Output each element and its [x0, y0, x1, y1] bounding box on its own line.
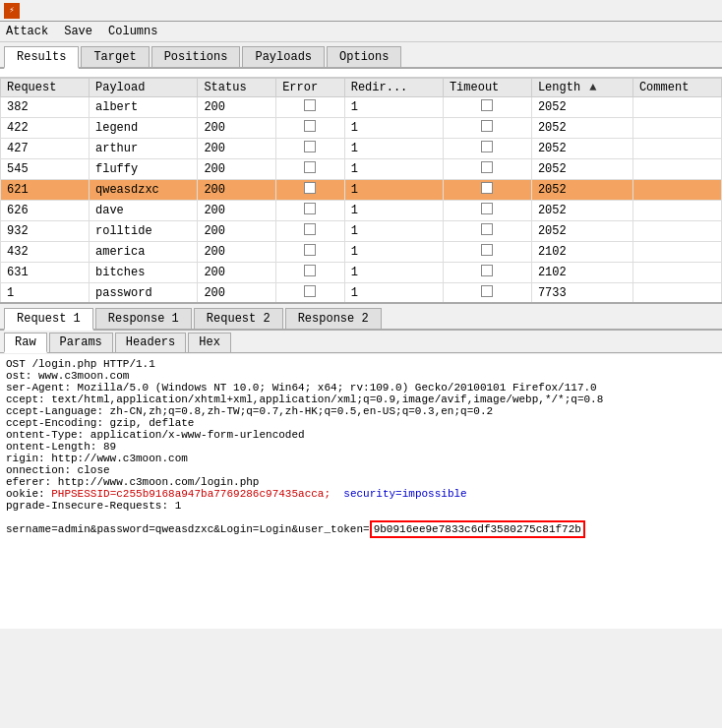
menu-save[interactable]: Save: [62, 24, 94, 39]
error-checkbox[interactable]: [304, 244, 316, 256]
cell-request: 626: [1, 201, 90, 221]
table-row[interactable]: 432 america 200 1 2102: [1, 242, 722, 263]
table-row[interactable]: 422 legend 200 1 2052: [1, 118, 722, 139]
tab-payloads[interactable]: Payloads: [242, 46, 325, 67]
request-line: ccept-Encoding: gzip, deflate: [6, 417, 194, 429]
cell-status: 200: [198, 139, 276, 159]
stab-params[interactable]: Params: [49, 333, 113, 352]
cell-status: 200: [198, 283, 276, 304]
cell-error: [276, 180, 345, 201]
stab-hex[interactable]: Hex: [188, 333, 231, 352]
cell-timeout: [443, 118, 531, 139]
timeout-checkbox[interactable]: [481, 182, 493, 194]
cell-status: 200: [198, 242, 276, 263]
phpsessid-value: PHPSESSID=c255b9168a947ba7769286c97435ac…: [51, 488, 343, 500]
cell-redir: 1: [344, 159, 443, 180]
cell-length: 2102: [531, 242, 632, 263]
cell-payload: america: [89, 242, 197, 263]
table-row[interactable]: 621 qweasdzxc 200 1 2052: [1, 180, 722, 201]
cell-error: [276, 263, 345, 283]
cell-comment: [632, 97, 721, 118]
cell-payload: dave: [89, 201, 197, 221]
cell-error: [276, 139, 345, 159]
error-checkbox[interactable]: [304, 120, 316, 132]
cell-length: 2102: [531, 263, 632, 283]
btab-request1[interactable]: Request 1: [4, 308, 93, 331]
request-line: ookie: PHPSESSID=c255b9168a947ba7769286c…: [6, 488, 467, 500]
timeout-checkbox[interactable]: [481, 141, 493, 152]
col-length[interactable]: Length ▲: [531, 79, 632, 97]
main-tabs: Results Target Positions Payloads Option…: [0, 42, 722, 69]
request-line: ost: www.c3moon.com: [6, 370, 129, 382]
tab-results[interactable]: Results: [4, 46, 79, 69]
menu-attack[interactable]: Attack: [4, 24, 50, 39]
request-line: ccept: text/html,application/xhtml+xml,a…: [6, 394, 603, 405]
cell-status: 200: [198, 221, 276, 242]
cell-error: [276, 201, 345, 221]
table-row[interactable]: 427 arthur 200 1 2052: [1, 139, 722, 159]
timeout-checkbox[interactable]: [481, 161, 493, 173]
col-request[interactable]: Request: [1, 79, 90, 97]
error-checkbox[interactable]: [304, 182, 316, 194]
error-checkbox[interactable]: [304, 141, 316, 152]
col-redir[interactable]: Redir...: [344, 79, 443, 97]
cell-comment: [632, 159, 721, 180]
table-row[interactable]: 626 dave 200 1 2052: [1, 201, 722, 221]
cell-redir: 1: [344, 242, 443, 263]
cell-payload: password: [89, 283, 197, 304]
timeout-checkbox[interactable]: [481, 244, 493, 256]
col-timeout[interactable]: Timeout: [443, 79, 531, 97]
error-checkbox[interactable]: [304, 203, 316, 214]
error-checkbox[interactable]: [304, 223, 316, 235]
cell-length: 2052: [531, 180, 632, 201]
tab-target[interactable]: Target: [81, 46, 149, 67]
col-comment[interactable]: Comment: [632, 79, 721, 97]
menu-columns[interactable]: Columns: [106, 24, 159, 39]
cell-timeout: [443, 283, 531, 304]
cell-timeout: [443, 221, 531, 242]
cell-redir: 1: [344, 97, 443, 118]
timeout-checkbox[interactable]: [481, 120, 493, 132]
cell-redir: 1: [344, 221, 443, 242]
col-error[interactable]: Error: [276, 79, 345, 97]
error-checkbox[interactable]: [304, 285, 316, 297]
btab-response1[interactable]: Response 1: [95, 308, 192, 329]
table-row[interactable]: 382 albert 200 1 2052: [1, 97, 722, 118]
cell-redir: 1: [344, 180, 443, 201]
cell-error: [276, 97, 345, 118]
stab-headers[interactable]: Headers: [115, 333, 186, 352]
timeout-checkbox[interactable]: [481, 223, 493, 235]
tab-positions[interactable]: Positions: [151, 46, 241, 67]
table-row[interactable]: 932 rolltide 200 1 2052: [1, 221, 722, 242]
timeout-checkbox[interactable]: [481, 99, 493, 111]
cell-status: 200: [198, 180, 276, 201]
btab-request2[interactable]: Request 2: [194, 308, 283, 329]
cell-payload: bitches: [89, 263, 197, 283]
table-row[interactable]: 631 bitches 200 1 2102: [1, 263, 722, 283]
request-line: onnection: close: [6, 464, 110, 476]
col-status[interactable]: Status: [198, 79, 276, 97]
cell-request: 427: [1, 139, 90, 159]
error-checkbox[interactable]: [304, 99, 316, 111]
cell-status: 200: [198, 263, 276, 283]
cell-timeout: [443, 97, 531, 118]
btab-response2[interactable]: Response 2: [285, 308, 382, 329]
filter-bar: [0, 69, 722, 78]
cell-status: 200: [198, 118, 276, 139]
cell-comment: [632, 221, 721, 242]
tab-options[interactable]: Options: [327, 46, 401, 67]
timeout-checkbox[interactable]: [481, 265, 493, 276]
cell-status: 200: [198, 201, 276, 221]
stab-raw[interactable]: Raw: [4, 333, 47, 353]
cell-timeout: [443, 242, 531, 263]
timeout-checkbox[interactable]: [481, 203, 493, 214]
error-checkbox[interactable]: [304, 161, 316, 173]
cell-redir: 1: [344, 118, 443, 139]
cell-error: [276, 242, 345, 263]
error-checkbox[interactable]: [304, 265, 316, 276]
table-row[interactable]: 1 password 200 1 7733: [1, 283, 722, 304]
table-row[interactable]: 545 fluffy 200 1 2052: [1, 159, 722, 180]
timeout-checkbox[interactable]: [481, 285, 493, 297]
cell-request: 382: [1, 97, 90, 118]
col-payload[interactable]: Payload: [89, 79, 197, 97]
